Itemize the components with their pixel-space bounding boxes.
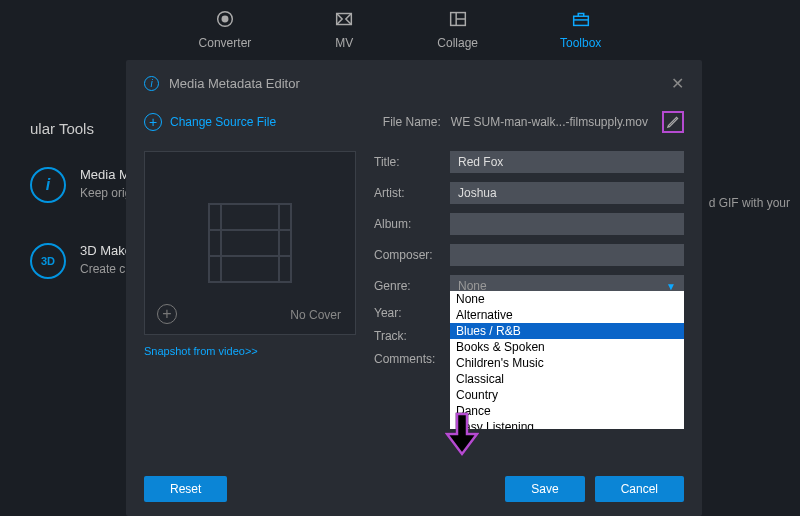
svg-point-1 (222, 16, 228, 22)
genre-option[interactable]: Books & Spoken (450, 339, 684, 355)
title-label: Title: (374, 155, 440, 169)
close-icon[interactable]: ✕ (671, 74, 684, 93)
artist-input[interactable] (450, 182, 684, 204)
genre-option[interactable]: Easy Listening (450, 419, 684, 429)
info-icon: i (30, 167, 66, 203)
modal-header: i Media Metadata Editor ✕ (126, 60, 702, 107)
album-input[interactable] (450, 213, 684, 235)
nav-collage[interactable]: Collage (431, 8, 484, 62)
nav-label: Converter (199, 36, 252, 50)
composer-input[interactable] (450, 244, 684, 266)
genre-option[interactable]: Dance (450, 403, 684, 419)
genre-option[interactable]: Country (450, 387, 684, 403)
reset-button[interactable]: Reset (144, 476, 227, 502)
info-icon: i (144, 76, 159, 91)
edit-filename-button[interactable] (662, 111, 684, 133)
genre-option[interactable]: None (450, 291, 684, 307)
mv-icon (333, 8, 355, 30)
plus-icon: + (144, 113, 162, 131)
nav-toolbox[interactable]: Toolbox (554, 8, 607, 62)
no-cover-label: No Cover (290, 308, 341, 322)
toolbox-icon (570, 8, 592, 30)
collage-icon (447, 8, 469, 30)
cancel-button[interactable]: Cancel (595, 476, 684, 502)
add-cover-button[interactable]: + (157, 304, 177, 324)
right-snippet: d GIF with your (709, 196, 790, 210)
nav-label: Collage (437, 36, 478, 50)
file-row: + Change Source File File Name: WE SUM-m… (126, 107, 702, 151)
genre-dropdown[interactable]: NoneAlternativeBlues / R&BBooks & Spoken… (450, 291, 684, 429)
genre-label: Genre: (374, 279, 440, 293)
metadata-editor-modal: i Media Metadata Editor ✕ + Change Sourc… (126, 60, 702, 516)
nav-label: Toolbox (560, 36, 601, 50)
nav-label: MV (335, 36, 353, 50)
year-label: Year: (374, 306, 440, 320)
top-nav: Converter MV Collage Toolbox (0, 0, 800, 62)
modal-footer: Reset Save Cancel (126, 462, 702, 516)
3d-icon: 3D (30, 243, 66, 279)
cover-preview: + No Cover (144, 151, 356, 335)
cover-column: + No Cover Snapshot from video>> (144, 151, 356, 462)
change-source-label: Change Source File (170, 115, 276, 129)
nav-mv[interactable]: MV (327, 8, 361, 62)
title-input[interactable] (450, 151, 684, 173)
artist-label: Artist: (374, 186, 440, 200)
track-label: Track: (374, 329, 440, 343)
change-source-button[interactable]: + Change Source File (144, 113, 276, 131)
snapshot-link[interactable]: Snapshot from video>> (144, 345, 356, 357)
converter-icon (214, 8, 236, 30)
comments-label: Comments: (374, 352, 440, 366)
album-label: Album: (374, 217, 440, 231)
nav-converter[interactable]: Converter (193, 8, 258, 62)
file-name-value: WE SUM-man-walk...-filmsupply.mov (451, 115, 648, 129)
form-column: Title: Artist: Album: Composer: Genre: N… (374, 151, 684, 462)
genre-option[interactable]: Alternative (450, 307, 684, 323)
composer-label: Composer: (374, 248, 440, 262)
pencil-icon (666, 115, 680, 129)
arrow-down-icon (445, 412, 479, 456)
genre-option[interactable]: Children's Music (450, 355, 684, 371)
svg-rect-6 (573, 16, 588, 25)
save-button[interactable]: Save (505, 476, 584, 502)
modal-title: Media Metadata Editor (169, 76, 661, 91)
film-icon (208, 203, 292, 283)
chevron-down-icon: ▼ (666, 281, 676, 292)
file-name-label: File Name: (383, 115, 441, 129)
genre-option[interactable]: Blues / R&B (450, 323, 684, 339)
annotation-arrow (445, 412, 479, 460)
genre-option[interactable]: Classical (450, 371, 684, 387)
